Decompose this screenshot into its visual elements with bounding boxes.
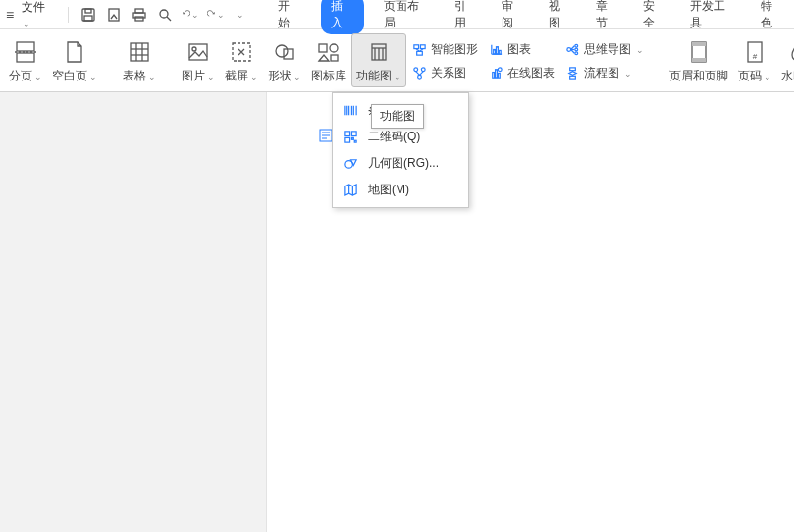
divider — [68, 7, 69, 23]
mind-map-button[interactable]: 思维导图 ⌄ — [561, 39, 647, 60]
svg-point-48 — [566, 48, 570, 52]
svg-rect-43 — [499, 50, 501, 54]
chevron-down-icon: ⌄ — [250, 72, 258, 81]
watermark-icon — [784, 38, 794, 66]
file-menu[interactable]: 文件 ⌄ — [22, 0, 57, 29]
svg-rect-75 — [351, 132, 356, 136]
svg-point-36 — [417, 75, 421, 79]
shapes-button[interactable]: 形状⌄ — [263, 33, 306, 87]
page-number-icon: # — [741, 38, 768, 66]
page-number-button[interactable]: # 页码⌄ — [733, 33, 776, 87]
chevron-down-icon: ⌄ — [293, 72, 301, 81]
svg-rect-55 — [569, 68, 575, 71]
header-footer-button[interactable]: 页眉和页脚 — [664, 33, 733, 87]
barcode-icon — [343, 103, 358, 119]
dropdown-item-geometry[interactable]: 几何图(RG)... — [333, 150, 468, 177]
table-button[interactable]: 表格⌄ — [118, 33, 161, 87]
tooltip-text: 功能图 — [380, 109, 415, 123]
save-icon[interactable] — [79, 6, 97, 24]
redo-button[interactable]: ⌄ — [207, 6, 225, 24]
online-chart-icon — [488, 66, 503, 81]
screenshot-button[interactable]: 截屏⌄ — [220, 33, 263, 87]
relation-button[interactable]: 关系图 — [408, 63, 481, 83]
blank-page-label: 空白页 — [52, 68, 87, 84]
tooltip: 功能图 — [371, 104, 424, 129]
file-menu-label: 文件 — [22, 0, 45, 14]
preview-icon[interactable] — [156, 6, 174, 24]
online-chart-button[interactable]: 在线图表 — [485, 63, 557, 83]
svg-point-17 — [192, 47, 196, 51]
geometry-icon — [343, 156, 358, 172]
svg-rect-9 — [17, 53, 34, 62]
shapes-label: 形状 — [268, 68, 291, 84]
page-break-button[interactable]: 分页⌄ — [4, 33, 47, 87]
ribbon-small-group-3: 思维导图 ⌄ 流程图 ⌄ — [559, 35, 649, 87]
qat-more-icon[interactable]: ⌄ — [237, 10, 244, 20]
mind-map-icon — [564, 42, 580, 58]
smart-graphic-label: 智能图形 — [431, 41, 478, 58]
chevron-down-icon: ⌄ — [394, 72, 401, 81]
svg-rect-23 — [331, 55, 338, 61]
svg-rect-31 — [416, 51, 422, 55]
icon-library-button[interactable]: 图标库 — [306, 33, 351, 87]
flow-chart-button[interactable]: 流程图 ⌄ — [561, 63, 647, 83]
svg-rect-74 — [344, 132, 349, 136]
svg-line-37 — [415, 72, 419, 76]
mind-map-label: 思维导图 — [584, 41, 631, 58]
undo-button[interactable]: ⌄ — [182, 6, 199, 24]
ribbon-small-group-1: 智能图形 关系图 — [406, 35, 483, 87]
dropdown-geometry-label: 几何图(RG)... — [368, 155, 439, 172]
blank-page-icon — [61, 38, 88, 66]
ribbon: 分页⌄ 空白页⌄ 表格⌄ 图片⌄ 截屏⌄ — [0, 29, 794, 92]
dropdown-qrcode-label: 二维码(Q) — [368, 129, 420, 145]
svg-line-38 — [419, 72, 423, 76]
ribbon-group-tables: 表格⌄ — [114, 29, 165, 91]
svg-point-19 — [276, 45, 288, 57]
chevron-down-icon: ⌄ — [217, 10, 225, 20]
blank-page-button[interactable]: 空白页⌄ — [47, 33, 102, 87]
chevron-down-icon: ⌄ — [624, 69, 632, 79]
svg-rect-76 — [344, 137, 349, 142]
menu-icon[interactable]: ≡ — [6, 7, 14, 23]
menubar-left: ≡ 文件 ⌄ ⌄ ⌄ ⌄ — [6, 0, 244, 29]
chevron-down-icon: ⌄ — [207, 72, 215, 81]
watermark-button[interactable]: 水印⌄ — [776, 33, 794, 87]
chevron-down-icon: ⌄ — [23, 19, 30, 28]
screenshot-icon — [228, 38, 255, 66]
svg-rect-6 — [135, 17, 143, 21]
svg-point-34 — [413, 68, 417, 72]
flow-chart-label: 流程图 — [584, 65, 619, 81]
chevron-down-icon: ⌄ — [89, 72, 97, 81]
svg-rect-8 — [17, 42, 34, 51]
svg-rect-45 — [495, 70, 497, 78]
table-label: 表格 — [123, 68, 146, 84]
chart-button[interactable]: 图表 — [485, 39, 557, 60]
page-break-label: 分页 — [9, 68, 32, 84]
svg-rect-56 — [569, 76, 575, 79]
svg-rect-29 — [413, 45, 418, 49]
icon-library-label: 图标库 — [311, 68, 346, 84]
picture-button[interactable]: 图片⌄ — [177, 33, 220, 87]
print-preview-icon[interactable] — [105, 6, 123, 24]
dropdown-map-label: 地图(M) — [368, 182, 409, 198]
svg-point-50 — [574, 48, 577, 51]
watermark-label: 水印 — [781, 68, 794, 84]
svg-rect-30 — [420, 45, 425, 49]
ribbon-small-group-2: 图表 在线图表 — [483, 35, 559, 87]
ribbon-group-header: 页眉和页脚 # 页码⌄ 水印⌄ — [661, 29, 794, 91]
dropdown-item-map[interactable]: 地图(M) — [333, 177, 468, 203]
svg-point-47 — [498, 68, 502, 72]
ribbon-group-pages: 分页⌄ 空白页⌄ — [0, 29, 106, 91]
header-footer-icon — [685, 38, 713, 66]
ribbon-group-illustrations: 图片⌄ 截屏⌄ 形状⌄ 图标库 功能图⌄ — [173, 29, 653, 91]
function-chart-button[interactable]: 功能图⌄ — [351, 33, 406, 87]
smart-graphic-button[interactable]: 智能图形 — [408, 39, 481, 60]
svg-rect-46 — [498, 74, 500, 79]
svg-rect-44 — [492, 73, 494, 79]
svg-point-7 — [160, 10, 168, 18]
icon-library-icon — [315, 38, 343, 66]
function-chart-icon — [365, 38, 393, 66]
print-icon[interactable] — [131, 6, 148, 24]
chevron-down-icon: ⌄ — [191, 10, 199, 20]
menubar: ≡ 文件 ⌄ ⌄ ⌄ ⌄ 开始 插入 页面布局 引用 审 — [0, 0, 794, 29]
